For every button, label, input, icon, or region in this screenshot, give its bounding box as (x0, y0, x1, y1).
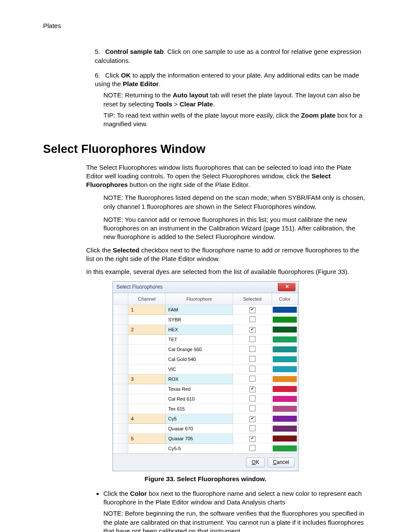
fluorophore-cell: Tex 615 (165, 404, 233, 414)
color-cell[interactable] (271, 384, 298, 394)
checkbox-icon[interactable] (249, 405, 255, 411)
table-row: 4Cy5 (113, 414, 298, 424)
checkbox-icon[interactable] (249, 436, 255, 442)
checkbox-icon[interactable] (249, 445, 255, 451)
selected-cell (233, 424, 272, 434)
row-header (113, 364, 128, 374)
checkbox-icon[interactable] (249, 327, 255, 333)
color-cell[interactable] (271, 444, 298, 454)
color-cell[interactable] (271, 404, 298, 414)
color-swatch[interactable] (273, 307, 297, 313)
color-swatch[interactable] (273, 346, 297, 352)
channel-cell (128, 315, 165, 325)
selected-cell (233, 335, 272, 345)
fluorophore-cell: TET (165, 335, 233, 345)
color-cell[interactable] (271, 355, 298, 364)
table-row: Cy5-5 (113, 444, 298, 454)
color-cell[interactable] (271, 345, 298, 355)
color-cell[interactable] (271, 434, 298, 444)
step-note: NOTE: Returning to the Auto layout tab w… (103, 91, 368, 109)
row-header (113, 444, 128, 454)
table-row: SYBR (113, 315, 298, 325)
color-cell[interactable] (271, 305, 298, 315)
checkbox-icon[interactable] (249, 336, 255, 342)
channel-cell (128, 444, 165, 454)
row-header (113, 414, 128, 424)
tip-text: TIP: To read text within wells of the pl… (103, 112, 301, 119)
table-row: Texas Red (113, 384, 298, 394)
selected-bold: Selected (113, 246, 140, 254)
step-text: . (159, 80, 160, 87)
cancel-button[interactable]: Cancel (268, 457, 295, 467)
channel-cell (128, 364, 165, 374)
table-row: 3ROX (113, 374, 298, 384)
color-cell[interactable] (271, 315, 298, 325)
selected-cell (233, 374, 272, 384)
channel-cell (128, 345, 165, 355)
close-icon[interactable]: ✕ (278, 283, 296, 291)
col-fluorophore[interactable]: Fluorophore (165, 293, 233, 305)
channel-cell: 4 (128, 414, 165, 424)
checkbox-icon[interactable] (249, 386, 255, 392)
channel-cell (128, 404, 165, 414)
channel-cell (128, 424, 165, 434)
color-bold: Color (130, 490, 147, 497)
color-swatch[interactable] (273, 396, 297, 402)
col-color[interactable]: Color (271, 293, 298, 305)
color-cell[interactable] (271, 325, 298, 335)
color-cell[interactable] (271, 364, 298, 374)
fluorophore-cell: Cal Orange 560 (165, 345, 233, 355)
color-cell[interactable] (271, 394, 298, 404)
checkbox-icon[interactable] (249, 356, 255, 362)
color-swatch[interactable] (273, 445, 297, 451)
checkbox-icon[interactable] (249, 316, 255, 322)
color-cell[interactable] (271, 414, 298, 424)
color-swatch[interactable] (273, 416, 297, 422)
color-cell[interactable] (271, 335, 298, 345)
color-swatch[interactable] (273, 436, 297, 442)
fluorophore-cell: Quasar 670 (165, 424, 233, 434)
channel-cell: 3 (128, 374, 165, 384)
color-swatch[interactable] (273, 317, 297, 323)
color-swatch[interactable] (273, 426, 297, 432)
ok-underline: O (252, 459, 255, 465)
checkbox-icon[interactable] (249, 366, 255, 372)
color-cell[interactable] (271, 424, 298, 434)
color-swatch[interactable] (273, 406, 297, 412)
checkbox-icon[interactable] (249, 307, 255, 313)
fluorophore-cell: ROX (165, 374, 233, 384)
checkbox-icon[interactable] (249, 416, 255, 422)
selected-cell (233, 414, 272, 424)
channel-cell (128, 335, 165, 345)
color-swatch[interactable] (273, 386, 297, 392)
selected-cell (233, 325, 272, 335)
color-swatch[interactable] (273, 327, 297, 333)
ok-rest: K (256, 459, 259, 465)
checkbox-icon[interactable] (249, 376, 255, 382)
fluorophore-cell: Cal Gold 540 (165, 355, 233, 364)
color-swatch[interactable] (273, 356, 297, 362)
color-swatch[interactable] (273, 366, 297, 372)
step-5: 5. Control sample tab. Click on one samp… (95, 47, 368, 65)
color-swatch[interactable] (273, 376, 297, 382)
window-title: Select Fluorophores (113, 282, 166, 292)
ok-button[interactable]: OK (246, 457, 265, 467)
section-heading: Select Fluorophores Window (43, 141, 368, 157)
selected-cell (233, 315, 272, 325)
row-header (113, 424, 128, 434)
selected-cell (233, 394, 272, 404)
selected-cell (233, 364, 272, 374)
fluorophore-cell: HEX (165, 325, 233, 335)
col-channel[interactable]: Channel (128, 293, 165, 305)
color-cell[interactable] (271, 374, 298, 384)
row-header (113, 325, 128, 335)
checkbox-icon[interactable] (249, 346, 255, 352)
row-header (113, 394, 128, 404)
col-selected[interactable]: Selected (233, 293, 272, 305)
note-text: . (213, 100, 215, 108)
checkbox-icon[interactable] (249, 425, 255, 431)
row-header (113, 404, 128, 414)
checkbox-icon[interactable] (249, 395, 255, 401)
color-swatch[interactable] (273, 336, 297, 342)
row-header (113, 335, 128, 345)
